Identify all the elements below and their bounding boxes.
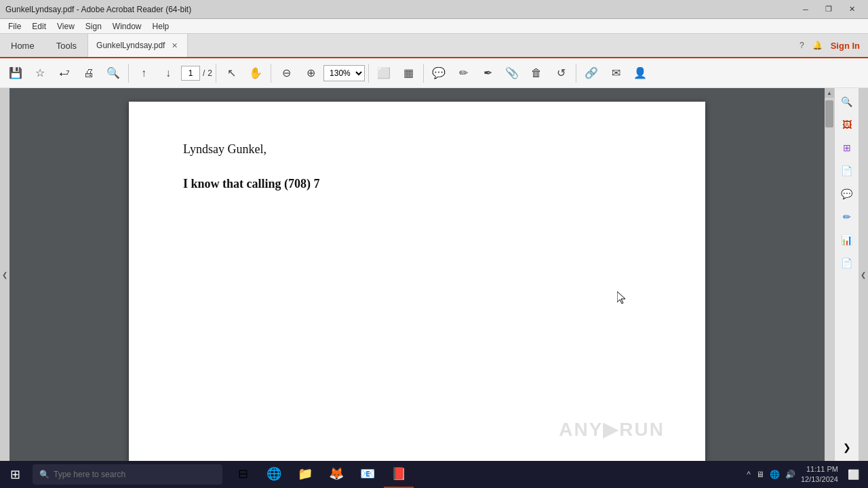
taskbar-right: ^ 🖥 🌐 🔊 11:11 PM 12/13/2024 ⬜ — [747, 461, 868, 488]
page-navigator: 1 / 2 — [181, 66, 212, 81]
main-area: ❮ Lyndsay Gunkel, I know that calling (7… — [0, 88, 868, 461]
start-button[interactable]: ⊞ — [0, 461, 30, 488]
minimize-button[interactable]: ─ — [795, 3, 816, 16]
user-button[interactable]: 👤 — [629, 62, 652, 85]
pdf-name-line: Lyndsay Gunkel, — [183, 142, 651, 157]
taskbar-search-input[interactable] — [54, 470, 203, 479]
title-text: GunkelLyndsay.pdf - Adobe Acrobat Reader… — [5, 5, 191, 14]
zoom-out-button[interactable]: ⊖ — [275, 62, 298, 85]
tray-monitor: 🖥 — [756, 470, 764, 479]
comment-button[interactable]: 💬 — [427, 62, 450, 85]
tab-tools[interactable]: Tools — [45, 34, 87, 57]
help-button[interactable]: ? — [800, 41, 804, 50]
toolbar-separator-1 — [128, 64, 129, 83]
scroll-thumb[interactable] — [825, 100, 833, 127]
window-controls: ─ ❐ ✕ — [795, 3, 863, 16]
save-button[interactable]: 💾 — [4, 62, 27, 85]
rotate-button[interactable]: ↺ — [549, 62, 572, 85]
file-explorer-button[interactable]: 📁 — [290, 461, 320, 488]
restore-button[interactable]: ❐ — [818, 3, 840, 16]
menu-sign[interactable]: Sign — [80, 20, 107, 33]
highlight-button[interactable]: ✏ — [452, 62, 475, 85]
send-button[interactable]: ✉ — [604, 62, 627, 85]
acrobat-button[interactable]: 📕 — [384, 461, 414, 488]
menu-bar: File Edit View Sign Window Help — [0, 19, 868, 34]
tab-document[interactable]: GunkelLyndsay.pdf ✕ — [87, 34, 188, 57]
toolbar-separator-4 — [368, 64, 369, 83]
notification-bell[interactable]: 🔔 — [812, 41, 823, 50]
clock-time: 11:11 PM — [801, 464, 838, 474]
print-button[interactable]: 🖨 — [77, 62, 100, 85]
right-edit[interactable]: ✏ — [836, 206, 858, 228]
toolbar-separator-5 — [423, 64, 424, 83]
taskbar-search[interactable]: 🔍 — [33, 464, 222, 485]
sign-in-button[interactable]: Sign In — [831, 41, 860, 51]
firefox-button[interactable]: 🦊 — [321, 461, 351, 488]
outlook-button[interactable]: 📧 — [353, 461, 382, 488]
right-export[interactable]: 📄 — [836, 160, 858, 182]
tray-chevron[interactable]: ^ — [747, 470, 751, 479]
vertical-scrollbar[interactable]: ▲ — [825, 88, 834, 461]
toolbar-separator-2 — [216, 64, 216, 83]
menu-help[interactable]: Help — [147, 20, 175, 33]
toolbar: 💾 ☆ ⮐ 🖨 🔍 ↑ ↓ 1 / 2 ↖ ✋ ⊖ ⊕ 130% 100% 75… — [0, 58, 868, 88]
clock-date: 12/13/2024 — [801, 474, 838, 485]
print-file-button[interactable]: ⮐ — [53, 62, 76, 85]
right-find-text[interactable]: 🔍 — [836, 91, 858, 113]
zoom-in-button[interactable]: ⊕ — [299, 62, 322, 85]
link-button[interactable]: 🔗 — [580, 62, 603, 85]
tray-network: 🌐 — [770, 470, 780, 479]
right-panel-collapse[interactable]: ❮ — [859, 88, 868, 461]
pdf-body-line: I know that calling (708) 7 — [183, 177, 651, 191]
marquee-zoom-button[interactable]: ⬜ — [372, 62, 395, 85]
task-view-button[interactable]: ⊟ — [228, 461, 258, 488]
doc-tab-name: GunkelLyndsay.pdf — [96, 41, 165, 50]
select-tool-button[interactable]: ↖ — [220, 62, 243, 85]
tray-volume: 🔊 — [785, 470, 795, 479]
mouse-cursor — [617, 291, 625, 304]
tab-bar: Home Tools GunkelLyndsay.pdf ✕ ? 🔔 Sign … — [0, 34, 868, 58]
toolbar-separator-3 — [271, 64, 271, 83]
menu-window[interactable]: Window — [107, 20, 147, 33]
system-clock[interactable]: 11:11 PM 12/13/2024 — [801, 464, 838, 485]
edge-button[interactable]: 🌐 — [259, 461, 289, 488]
marquee2-button[interactable]: ▦ — [397, 62, 420, 85]
toolbar-separator-6 — [576, 64, 576, 83]
scroll-up[interactable]: ▲ — [825, 88, 834, 98]
taskbar-apps: ⊟ 🌐 📁 🦊 📧 📕 — [228, 461, 414, 488]
stamp-button[interactable]: ✒ — [476, 62, 499, 85]
tab-home[interactable]: Home — [0, 34, 45, 57]
pdf-viewer[interactable]: Lyndsay Gunkel, I know that calling (708… — [9, 88, 825, 461]
next-page-button[interactable]: ↓ — [157, 62, 180, 85]
right-organize[interactable]: ⊞ — [836, 137, 858, 159]
search-button[interactable]: 🔍 — [102, 62, 125, 85]
page-total: 2 — [208, 68, 212, 78]
tab-right: ? 🔔 Sign In — [800, 34, 868, 57]
menu-view[interactable]: View — [52, 20, 80, 33]
bookmark-button[interactable]: ☆ — [28, 62, 52, 85]
menu-file[interactable]: File — [3, 20, 26, 33]
page-input[interactable]: 1 — [181, 66, 200, 81]
right-chat[interactable]: 💬 — [836, 183, 858, 205]
title-bar: GunkelLyndsay.pdf - Adobe Acrobat Reader… — [0, 0, 868, 19]
right-enhance[interactable]: 🖼 — [836, 114, 858, 136]
taskbar: ⊞ 🔍 ⊟ 🌐 📁 🦊 📧 📕 ^ 🖥 🌐 🔊 11:11 PM 12/13/2… — [0, 461, 868, 488]
left-panel-collapse[interactable]: ❮ — [0, 88, 9, 461]
zoom-select[interactable]: 130% 100% 75% 150% 200% — [323, 65, 365, 81]
prev-page-button[interactable]: ↑ — [132, 62, 155, 85]
delete-button[interactable]: 🗑 — [525, 62, 548, 85]
page-separator: / — [203, 68, 205, 78]
close-button[interactable]: ✕ — [841, 3, 863, 16]
right-panel: 🔍 🖼 ⊞ 📄 💬 ✏ 📊 📄 ❯ — [834, 88, 859, 461]
doc-tab-close[interactable]: ✕ — [170, 41, 179, 50]
right-collapse[interactable]: ❯ — [836, 436, 858, 458]
svg-marker-0 — [617, 291, 625, 304]
notification-button[interactable]: ⬜ — [844, 461, 863, 488]
hand-tool-button[interactable]: ✋ — [244, 62, 267, 85]
right-scan[interactable]: 📄 — [836, 252, 858, 274]
menu-edit[interactable]: Edit — [26, 20, 52, 33]
attach-button[interactable]: 📎 — [500, 62, 524, 85]
taskbar-search-icon: 🔍 — [39, 470, 50, 479]
right-stats[interactable]: 📊 — [836, 229, 858, 251]
watermark: ANY▶RUN — [559, 418, 665, 441]
